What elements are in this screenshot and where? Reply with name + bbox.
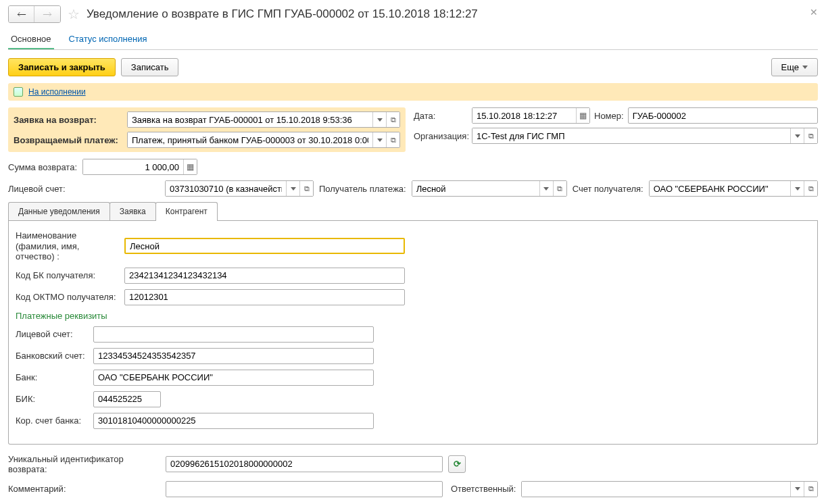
ls-label: Лицевой счет:	[16, 329, 87, 339]
account-dropdown-btn[interactable]	[286, 181, 299, 196]
page-title: Уведомление о возврате в ГИС ГМП ГУАБ-00…	[87, 7, 478, 21]
status-doc-icon	[14, 87, 23, 97]
payee-input[interactable]	[412, 181, 539, 196]
bik-label: БИК:	[16, 394, 87, 404]
save-button[interactable]: Записать	[121, 58, 179, 76]
account-label: Лицевой счет:	[8, 184, 160, 194]
chevron-down-icon	[802, 66, 808, 69]
more-button[interactable]: Еще	[771, 58, 818, 76]
nav-forward-button[interactable]: 🡒	[34, 6, 60, 22]
payee-dropdown-btn[interactable]	[539, 181, 553, 196]
bik-input[interactable]	[93, 391, 161, 407]
refresh-icon: ⟳	[454, 459, 461, 469]
favorite-star-icon[interactable]: ☆	[68, 6, 80, 22]
bank-acc-label: Банковский счет:	[16, 351, 87, 361]
date-input[interactable]	[472, 108, 576, 123]
org-input[interactable]	[472, 128, 790, 143]
inner-tab-request[interactable]: Заявка	[110, 202, 156, 220]
org-open-btn[interactable]	[804, 128, 817, 143]
payment-input[interactable]	[128, 132, 372, 147]
account-open-btn[interactable]	[299, 181, 313, 196]
zayavka-input[interactable]	[128, 112, 372, 127]
uid-label: Уникальный идентификатор возврата:	[8, 454, 160, 474]
tab-status[interactable]: Статус исполнения	[66, 30, 150, 49]
sum-label: Сумма возврата:	[8, 162, 77, 172]
refresh-button[interactable]: ⟳	[448, 455, 466, 473]
oktmo-label: Код ОКТМО получателя:	[16, 292, 120, 302]
section-payment-details: Платежные реквизиты	[16, 311, 810, 321]
resp-label: Ответственный:	[451, 484, 516, 494]
org-label: Организация:	[414, 131, 468, 141]
payee-acc-input[interactable]	[650, 181, 790, 196]
korr-input[interactable]	[93, 413, 374, 429]
inner-tab-contragent[interactable]: Контрагент	[155, 202, 218, 220]
tab-main[interactable]: Основное	[8, 30, 54, 49]
sum-input[interactable]	[83, 159, 183, 174]
bank-label: Банк:	[16, 372, 87, 382]
payee-acc-open-btn[interactable]	[804, 181, 817, 196]
org-dropdown-btn[interactable]	[790, 128, 804, 143]
nav-buttons: 🡐 🡒	[8, 5, 61, 23]
korr-label: Кор. счет банка:	[16, 415, 87, 426]
close-icon[interactable]: ✕	[810, 7, 818, 18]
payee-acc-label: Счет получателя:	[573, 184, 643, 194]
uid-input[interactable]	[166, 456, 443, 472]
nav-back-button[interactable]: 🡐	[9, 6, 34, 22]
payment-open-btn[interactable]	[386, 132, 399, 147]
resp-dropdown-btn[interactable]	[790, 482, 804, 497]
name-label: Наименование (фамилия, имя, отчество) :	[16, 230, 120, 262]
more-label: Еще	[781, 62, 799, 72]
number-label: Номер:	[594, 111, 624, 121]
kbk-label: Код БК получателя:	[16, 270, 120, 280]
kbk-input[interactable]	[124, 268, 405, 284]
inner-tab-notification[interactable]: Данные уведомления	[8, 202, 110, 220]
payee-acc-dropdown-btn[interactable]	[790, 181, 804, 196]
zayavka-dropdown-btn[interactable]	[372, 112, 386, 127]
resp-open-btn[interactable]	[804, 482, 817, 497]
ls-input[interactable]	[93, 326, 374, 343]
payee-label: Получатель платежа:	[319, 184, 406, 194]
resp-input[interactable]	[522, 482, 790, 497]
status-link[interactable]: На исполнении	[28, 87, 86, 97]
date-label: Дата:	[414, 111, 468, 121]
payment-label: Возвращаемый платеж:	[14, 135, 123, 145]
save-close-button[interactable]: Записать и закрыть	[8, 58, 116, 76]
bank-acc-input[interactable]	[93, 348, 374, 364]
payment-dropdown-btn[interactable]	[372, 132, 386, 147]
account-input[interactable]	[166, 181, 286, 196]
zayavka-open-btn[interactable]	[386, 112, 399, 127]
name-input[interactable]	[124, 238, 405, 254]
number-input[interactable]	[628, 107, 818, 124]
sum-calc-btn[interactable]	[183, 159, 197, 174]
oktmo-input[interactable]	[124, 289, 405, 305]
zayavka-label: Заявка на возврат:	[14, 115, 123, 125]
comment-label: Комментарий:	[8, 484, 160, 494]
payee-open-btn[interactable]	[553, 181, 566, 196]
bank-input[interactable]	[93, 370, 374, 386]
date-calendar-btn[interactable]	[576, 108, 589, 123]
comment-input[interactable]	[166, 481, 443, 497]
